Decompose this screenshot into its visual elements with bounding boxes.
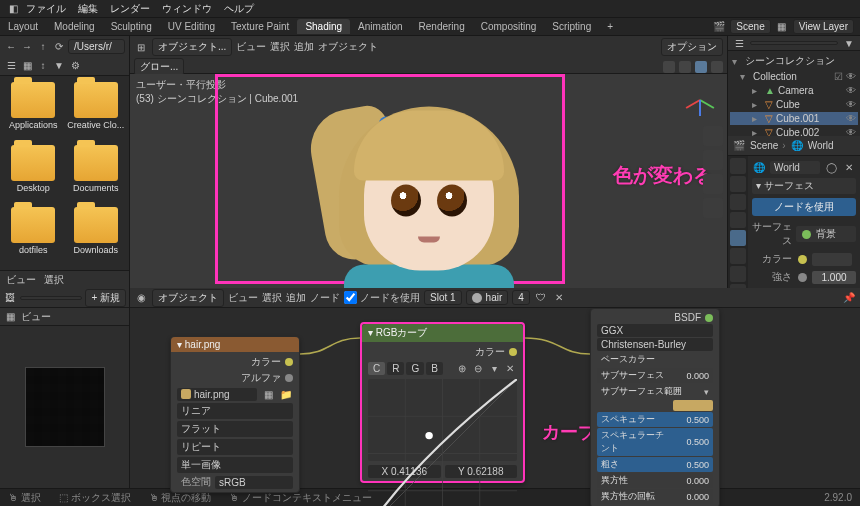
scene-selector[interactable]: Scene xyxy=(730,19,770,34)
material-users[interactable]: 4 xyxy=(512,290,530,305)
outliner-scene-collection[interactable]: ▾シーンコレクション xyxy=(730,53,858,69)
tab-scripting[interactable]: Scripting xyxy=(544,19,599,34)
socket-color-out[interactable]: カラー xyxy=(251,355,281,369)
viewlayer-selector[interactable]: View Layer xyxy=(793,19,854,34)
pin-icon[interactable]: 📌 xyxy=(842,291,856,305)
vp-menu-object[interactable]: オブジェクト xyxy=(318,40,378,54)
up-icon[interactable]: ↑ xyxy=(36,40,50,54)
shading-wire-icon[interactable] xyxy=(663,61,675,73)
outliner-item-cube001[interactable]: ▸▽Cube.001👁 xyxy=(730,112,858,125)
path-field[interactable]: /Users/r/ xyxy=(68,39,125,54)
reset-icon[interactable]: ✕ xyxy=(503,361,517,375)
sss-dropdown[interactable]: Christensen-Burley xyxy=(597,338,713,351)
back-icon[interactable]: ← xyxy=(4,40,18,54)
ptab-output[interactable] xyxy=(730,176,746,192)
imgeditor-icon[interactable]: 🖼 xyxy=(3,291,17,305)
subsurf-label[interactable]: サブサーフェス xyxy=(597,368,673,383)
strength-value[interactable]: 1.000 xyxy=(812,271,856,284)
tab-add[interactable]: + xyxy=(599,19,621,34)
node-principled-bsdf[interactable]: BSDF GGX Christensen-Burley ベースカラー サブサーフ… xyxy=(590,308,720,506)
outliner-item-cube[interactable]: ▸▽Cube👁 xyxy=(730,98,858,111)
ptab-render[interactable] xyxy=(730,158,746,174)
projection-dropdown[interactable]: フラット xyxy=(177,421,293,437)
vp-menu-select[interactable]: 選択 xyxy=(270,40,290,54)
vp-menu-add[interactable]: 追加 xyxy=(294,40,314,54)
uvmode-icon[interactable]: ▦ xyxy=(3,310,17,324)
shadered-icon[interactable]: ◉ xyxy=(134,291,148,305)
repeat-dropdown[interactable]: リピート xyxy=(177,439,293,455)
socket-alpha-out[interactable]: アルファ xyxy=(241,371,281,385)
menu-help[interactable]: ヘルプ xyxy=(218,2,260,16)
menu-edit[interactable]: 編集 xyxy=(72,2,104,16)
folder-creativecloud[interactable]: Creative Clo... xyxy=(67,82,126,139)
curve-canvas[interactable] xyxy=(368,379,517,461)
ptab-world[interactable] xyxy=(730,230,746,246)
outliner-item-camera[interactable]: ▸▲Camera👁 xyxy=(730,84,858,97)
distribution-dropdown[interactable]: GGX xyxy=(597,324,713,337)
tab-compositing[interactable]: Compositing xyxy=(473,19,545,34)
unlink-icon[interactable]: ✕ xyxy=(552,291,566,305)
refresh-icon[interactable]: ⟳ xyxy=(52,40,66,54)
list-icon[interactable]: ☰ xyxy=(4,58,18,72)
nav-gizmo[interactable] xyxy=(679,80,719,120)
viewport-canvas[interactable]: ユーザー・平行投影 (53) シーンコレクション | Cube.001 色が変わ… xyxy=(130,74,727,288)
pan-icon[interactable] xyxy=(703,150,723,170)
roughness-slider[interactable]: 粗さ xyxy=(597,457,673,472)
folder-desktop[interactable]: Desktop xyxy=(4,145,63,202)
shading-solid-icon[interactable] xyxy=(679,61,691,73)
tab-uvediting[interactable]: UV Editing xyxy=(160,19,223,34)
zoom-out-icon[interactable]: ⊖ xyxy=(471,361,485,375)
menu-window[interactable]: ウィンドウ xyxy=(156,2,218,16)
subsurfcolor-swatch[interactable] xyxy=(673,400,713,411)
tab-shading[interactable]: Shading xyxy=(297,19,350,34)
curve-tab-c[interactable]: C xyxy=(368,362,385,375)
filter-icon[interactable]: ▼ xyxy=(52,58,66,72)
rgbcurve-out-color[interactable]: カラー xyxy=(475,345,505,359)
subsurf-radius-label[interactable]: サブサーフェス範囲 xyxy=(597,384,699,399)
zoom-icon[interactable] xyxy=(703,126,723,146)
node-hairpng[interactable]: ▾ hair.png カラー アルファ hair.png▦📁 リニア フラット … xyxy=(170,336,300,493)
ng-node[interactable]: ノード xyxy=(310,291,340,305)
aniso-slider[interactable]: 異方性 xyxy=(597,473,673,488)
ng-add[interactable]: 追加 xyxy=(286,291,306,305)
tools-icon[interactable]: ▾ xyxy=(487,361,501,375)
spectint-slider[interactable]: スペキュラーチント xyxy=(597,428,673,456)
tab-layout[interactable]: Layout xyxy=(0,19,46,34)
curve-tab-r[interactable]: R xyxy=(387,362,404,375)
camera-icon[interactable] xyxy=(703,174,723,194)
node-rgbcurves[interactable]: ▾ RGBカーブ カラー C R G B ⊕ ⊖ ▾ ✕ xyxy=(360,322,525,483)
folder-dotfiles[interactable]: dotfiles xyxy=(4,207,63,264)
persp-icon[interactable] xyxy=(703,198,723,218)
folder-documents[interactable]: Documents xyxy=(67,145,126,202)
interp-dropdown[interactable]: リニア xyxy=(177,403,293,419)
world-selector[interactable]: World xyxy=(770,161,820,174)
image-selector[interactable] xyxy=(20,296,82,300)
specular-slider[interactable]: スペキュラー xyxy=(597,412,673,427)
slot-selector[interactable]: Slot 1 xyxy=(424,290,462,305)
outliner-search[interactable] xyxy=(750,41,838,45)
shading-render-icon[interactable] xyxy=(711,61,723,73)
gear-icon[interactable]: ⚙ xyxy=(68,58,82,72)
sort-icon[interactable]: ↕ xyxy=(36,58,50,72)
filter-icon[interactable]: ▼ xyxy=(842,36,856,50)
colorspace-dropdown[interactable]: sRGB xyxy=(215,476,293,489)
subsurfcolor-label[interactable] xyxy=(597,405,673,407)
fwd-icon[interactable]: → xyxy=(20,40,34,54)
uv-canvas[interactable] xyxy=(0,326,129,488)
use-nodes-checkbox[interactable] xyxy=(344,291,357,304)
img-open-icon[interactable]: 📁 xyxy=(279,387,293,401)
outliner-collection[interactable]: ▾Collection☑ 👁 xyxy=(730,70,858,83)
curve-tab-g[interactable]: G xyxy=(406,362,424,375)
zoom-in-icon[interactable]: ⊕ xyxy=(455,361,469,375)
node-canvas[interactable]: ▾ hair.png カラー アルファ hair.png▦📁 リニア フラット … xyxy=(130,308,860,488)
outliner-icon[interactable]: ☰ xyxy=(732,36,746,50)
use-nodes-button[interactable]: ノードを使用 xyxy=(752,198,856,216)
grid-icon[interactable]: ▦ xyxy=(20,58,34,72)
tab-sculpting[interactable]: Sculpting xyxy=(103,19,160,34)
editor-type-icon[interactable]: ⊞ xyxy=(134,40,148,54)
surface-type[interactable]: 背景 xyxy=(796,226,856,242)
menu-render[interactable]: レンダー xyxy=(104,2,156,16)
bsdf-out-socket[interactable]: BSDF xyxy=(674,312,701,323)
surface-panel[interactable]: ▾ サーフェス xyxy=(752,178,856,194)
shading-matprev-icon[interactable] xyxy=(695,61,707,73)
